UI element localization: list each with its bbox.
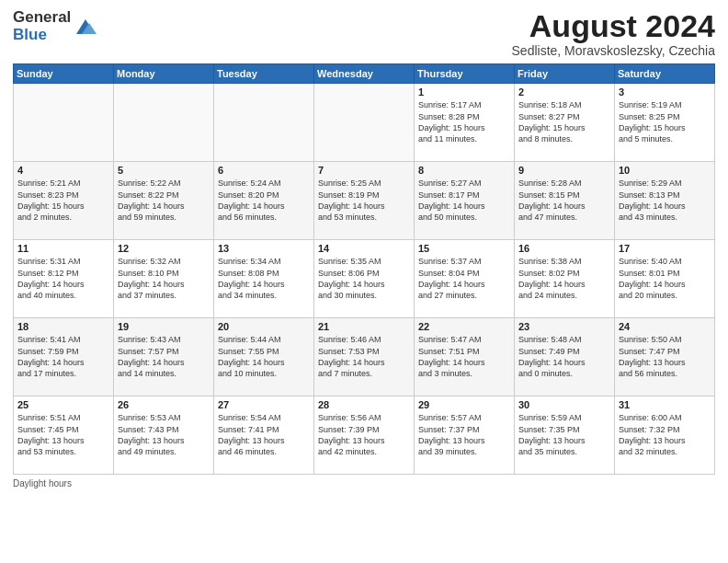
day-cell: 3Sunrise: 5:19 AM Sunset: 8:25 PM Daylig… [615,84,715,162]
day-number: 7 [318,165,410,176]
month-title: August 2024 [512,9,715,43]
day-number: 29 [418,399,510,410]
day-number: 15 [418,243,510,254]
week-row-4: 18Sunrise: 5:41 AM Sunset: 7:59 PM Dayli… [14,318,715,396]
week-row-1: 1Sunrise: 5:17 AM Sunset: 8:28 PM Daylig… [14,84,715,162]
day-cell: 9Sunrise: 5:28 AM Sunset: 8:15 PM Daylig… [515,162,615,240]
day-cell [314,84,415,162]
dow-header-friday: Friday [515,64,615,84]
day-cell: 11Sunrise: 5:31 AM Sunset: 8:12 PM Dayli… [14,240,114,318]
day-cell: 2Sunrise: 5:18 AM Sunset: 8:27 PM Daylig… [515,84,615,162]
day-cell: 29Sunrise: 5:57 AM Sunset: 7:37 PM Dayli… [415,396,515,475]
day-cell: 22Sunrise: 5:47 AM Sunset: 7:51 PM Dayli… [415,318,515,396]
day-number: 18 [17,321,109,332]
logo-general: General [13,9,71,27]
dow-header-wednesday: Wednesday [314,64,415,84]
day-cell: 12Sunrise: 5:32 AM Sunset: 8:10 PM Dayli… [114,240,214,318]
day-number: 11 [17,243,109,254]
location-subtitle: Sedliste, Moravskoslezsky, Czechia [512,43,715,58]
day-cell: 15Sunrise: 5:37 AM Sunset: 8:04 PM Dayli… [415,240,515,318]
dow-header-sunday: Sunday [14,64,114,84]
day-cell: 10Sunrise: 5:29 AM Sunset: 8:13 PM Dayli… [615,162,715,240]
day-info: Sunrise: 5:53 AM Sunset: 7:43 PM Dayligh… [118,412,210,457]
day-cell: 23Sunrise: 5:48 AM Sunset: 7:49 PM Dayli… [515,318,615,396]
day-number: 22 [418,321,510,332]
day-info: Sunrise: 5:24 AM Sunset: 8:20 PM Dayligh… [218,178,310,223]
week-row-2: 4Sunrise: 5:21 AM Sunset: 8:23 PM Daylig… [14,162,715,240]
day-cell: 8Sunrise: 5:27 AM Sunset: 8:17 PM Daylig… [415,162,515,240]
day-cell: 21Sunrise: 5:46 AM Sunset: 7:53 PM Dayli… [314,318,415,396]
day-number: 17 [619,243,711,254]
day-info: Sunrise: 5:59 AM Sunset: 7:35 PM Dayligh… [518,412,610,457]
day-cell: 30Sunrise: 5:59 AM Sunset: 7:35 PM Dayli… [515,396,615,475]
day-cell: 20Sunrise: 5:44 AM Sunset: 7:55 PM Dayli… [214,318,314,396]
day-number: 10 [619,165,711,176]
day-cell: 14Sunrise: 5:35 AM Sunset: 8:06 PM Dayli… [314,240,415,318]
page: General Blue August 2024 Sedliste, Morav… [0,0,728,563]
day-info: Sunrise: 5:56 AM Sunset: 7:39 PM Dayligh… [318,412,410,457]
day-info: Sunrise: 5:31 AM Sunset: 8:12 PM Dayligh… [17,256,109,301]
day-cell: 6Sunrise: 5:24 AM Sunset: 8:20 PM Daylig… [214,162,314,240]
day-number: 30 [518,399,610,410]
day-number: 12 [118,243,210,254]
day-number: 2 [518,86,610,98]
day-info: Sunrise: 5:48 AM Sunset: 7:49 PM Dayligh… [518,334,610,379]
day-info: Sunrise: 5:41 AM Sunset: 7:59 PM Dayligh… [17,334,109,379]
day-cell: 1Sunrise: 5:17 AM Sunset: 8:28 PM Daylig… [415,84,515,162]
day-cell: 19Sunrise: 5:43 AM Sunset: 7:57 PM Dayli… [114,318,214,396]
day-info: Sunrise: 5:18 AM Sunset: 8:27 PM Dayligh… [518,99,610,144]
day-number: 6 [218,165,310,176]
day-info: Sunrise: 5:37 AM Sunset: 8:04 PM Dayligh… [418,256,510,301]
day-info: Sunrise: 5:21 AM Sunset: 8:23 PM Dayligh… [17,178,109,223]
day-info: Sunrise: 5:22 AM Sunset: 8:22 PM Dayligh… [118,178,210,223]
day-cell: 28Sunrise: 5:56 AM Sunset: 7:39 PM Dayli… [314,396,415,475]
day-number: 21 [318,321,410,332]
day-number: 28 [318,399,410,410]
day-info: Sunrise: 5:17 AM Sunset: 8:28 PM Dayligh… [418,99,510,144]
day-cell: 13Sunrise: 5:34 AM Sunset: 8:08 PM Dayli… [214,240,314,318]
day-number: 1 [418,86,510,98]
day-number: 8 [418,165,510,176]
day-info: Sunrise: 5:29 AM Sunset: 8:13 PM Dayligh… [619,178,711,223]
day-cell: 5Sunrise: 5:22 AM Sunset: 8:22 PM Daylig… [114,162,214,240]
day-info: Sunrise: 5:47 AM Sunset: 7:51 PM Dayligh… [418,334,510,379]
day-number: 26 [118,399,210,410]
day-number: 23 [518,321,610,332]
day-number: 13 [218,243,310,254]
day-info: Sunrise: 5:46 AM Sunset: 7:53 PM Dayligh… [318,334,410,379]
day-number: 14 [318,243,410,254]
day-cell: 4Sunrise: 5:21 AM Sunset: 8:23 PM Daylig… [14,162,114,240]
day-cell [114,84,214,162]
day-cell: 18Sunrise: 5:41 AM Sunset: 7:59 PM Dayli… [14,318,114,396]
day-number: 5 [118,165,210,176]
day-number: 9 [518,165,610,176]
dow-header-saturday: Saturday [615,64,715,84]
header: General Blue August 2024 Sedliste, Morav… [13,9,715,58]
day-info: Sunrise: 5:32 AM Sunset: 8:10 PM Dayligh… [118,256,210,301]
day-number: 3 [619,86,711,98]
logo-blue: Blue [13,27,71,44]
day-cell: 16Sunrise: 5:38 AM Sunset: 8:02 PM Dayli… [515,240,615,318]
day-cell: 17Sunrise: 5:40 AM Sunset: 8:01 PM Dayli… [615,240,715,318]
day-info: Sunrise: 5:28 AM Sunset: 8:15 PM Dayligh… [518,178,610,223]
day-info: Sunrise: 5:50 AM Sunset: 7:47 PM Dayligh… [619,334,711,379]
day-number: 19 [118,321,210,332]
day-number: 27 [218,399,310,410]
day-cell: 25Sunrise: 5:51 AM Sunset: 7:45 PM Dayli… [14,396,114,475]
calendar-table: SundayMondayTuesdayWednesdayThursdayFrid… [13,63,715,475]
day-info: Sunrise: 5:35 AM Sunset: 8:06 PM Dayligh… [318,256,410,301]
dow-header-tuesday: Tuesday [214,64,314,84]
day-info: Sunrise: 5:34 AM Sunset: 8:08 PM Dayligh… [218,256,310,301]
day-cell: 24Sunrise: 5:50 AM Sunset: 7:47 PM Dayli… [615,318,715,396]
day-info: Sunrise: 5:27 AM Sunset: 8:17 PM Dayligh… [418,178,510,223]
week-row-5: 25Sunrise: 5:51 AM Sunset: 7:45 PM Dayli… [14,396,715,475]
day-number: 4 [17,165,109,176]
day-info: Sunrise: 5:19 AM Sunset: 8:25 PM Dayligh… [619,99,711,144]
day-info: Sunrise: 5:51 AM Sunset: 7:45 PM Dayligh… [17,412,109,457]
day-cell: 7Sunrise: 5:25 AM Sunset: 8:19 PM Daylig… [314,162,415,240]
day-number: 24 [619,321,711,332]
dow-header-monday: Monday [114,64,214,84]
day-number: 31 [619,399,711,410]
dow-header-thursday: Thursday [415,64,515,84]
day-info: Sunrise: 5:44 AM Sunset: 7:55 PM Dayligh… [218,334,310,379]
